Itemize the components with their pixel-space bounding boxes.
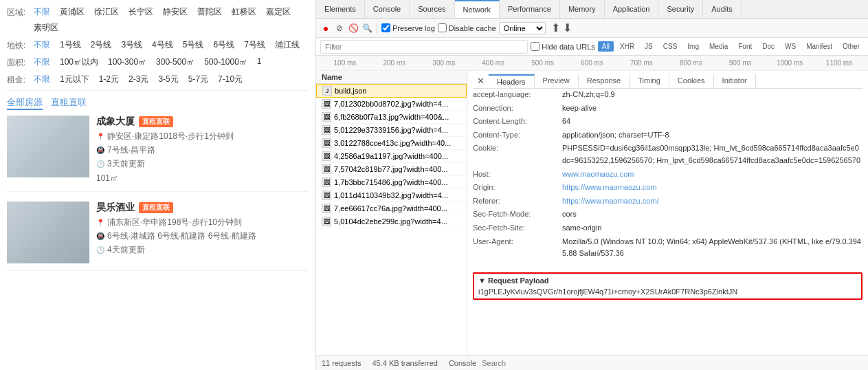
upload-icon[interactable]: ⬆ [551,21,560,34]
detail-tab-response[interactable]: Response [579,74,630,88]
header-value: zh-CN,zh;q=0.9 [562,89,863,101]
name-list-item[interactable]: 🖼1,7b3bbc715486.jpg?width=400... [316,176,467,189]
devtools-tab-elements[interactable]: Elements [316,0,365,18]
name-list-item[interactable]: Jbuild.json [316,84,467,98]
filter-tag[interactable]: 1元以下 [58,73,91,86]
filter-tag[interactable]: 不限 [32,39,52,52]
devtools-tab-audits[interactable]: Audits [703,0,742,18]
name-item-text: 4,2586a19a1197.jpg?width=400... [334,152,448,160]
filter-tag[interactable]: 素明区 [32,21,60,34]
detail-close-btn[interactable]: ✕ [473,74,489,88]
download-icon[interactable]: ⬇ [563,21,572,34]
devtools-tab-console[interactable]: Console [365,0,410,18]
devtools-tab-memory[interactable]: Memory [560,0,605,18]
filter-tag[interactable]: 不限 [32,6,52,19]
record-icon[interactable]: ● [320,23,331,34]
listing-card[interactable]: 昊乐酒业直租直联浦东新区·华申路198号·步行10分钟到6号线·港城路 6号线·… [7,202,309,271]
filter-tag[interactable]: 1-2元 [97,73,121,86]
hide-data-urls-checkbox[interactable] [531,42,539,51]
type-badge-font[interactable]: Font [734,41,756,52]
detail-tab-headers[interactable]: Headers [489,74,535,88]
clear-icon[interactable]: 🚫 [348,23,359,34]
filter-tag[interactable]: 5-7元 [186,73,210,86]
filter-tag[interactable]: 浦江线 [273,39,302,52]
type-badge-media[interactable]: Media [705,41,732,52]
type-badge-manifest[interactable]: Manifest [802,41,836,52]
name-list-item[interactable]: 🖼5,01229e37339156.jpg?width=4... [316,124,467,137]
filter-tag[interactable]: 6号线 [211,39,236,52]
filter-tag[interactable]: 7号线 [242,39,267,52]
detail-tab-preview[interactable]: Preview [535,74,579,88]
devtools-tab-performance[interactable]: Performance [500,0,560,18]
filter-tag[interactable]: 1 [255,56,264,69]
search-icon[interactable]: 🔍 [361,23,372,34]
filter-tag[interactable]: 500-1000㎡ [202,56,249,69]
type-badge-ws[interactable]: WS [781,41,800,52]
filter-label: 地铁: [7,39,32,52]
disable-cache-checkbox[interactable] [438,23,447,32]
filter-input[interactable] [320,40,528,54]
filter-tag[interactable]: 300-500㎡ [154,56,197,69]
listing-title-text[interactable]: 成象大厦 [96,116,135,128]
disable-cache-label[interactable]: Disable cache [438,23,496,32]
name-list-item[interactable]: 🖼6,fb268b0f7a13.jpg?width=400&... [316,111,467,124]
filter-tag[interactable]: 3号线 [119,39,144,52]
detail-tab-initiator[interactable]: Initiator [714,74,756,88]
preserve-log-checkbox[interactable] [381,23,390,32]
detail-tab-cookies[interactable]: Cookies [669,74,714,88]
detail-tab-timing[interactable]: Timing [630,74,669,88]
type-badge-img[interactable]: Img [683,41,703,52]
stop-icon[interactable]: ⊘ [334,23,345,34]
filter-tag[interactable]: 普陀区 [195,6,224,19]
filter-tags: 不限1元以下1-2元2-3元3-5元5-7元7-10元 [32,73,245,86]
name-list-item[interactable]: 🖼7,012302bb0d8702.jpg?width=4... [316,98,467,111]
filter-tag[interactable]: 5号线 [181,39,206,52]
filter-tag[interactable]: 100-300㎡ [106,56,148,69]
preserve-log-label[interactable]: Preserve log [381,23,435,32]
hide-data-urls-label[interactable]: Hide data URLs [531,42,595,51]
filter-tag[interactable]: 静安区 [161,6,190,19]
type-badge-doc[interactable]: Doc [758,41,779,52]
listing-title-text[interactable]: 昊乐酒业 [96,202,135,214]
type-badge-js[interactable]: JS [641,41,657,52]
filter-tag[interactable]: 长宁区 [126,6,155,19]
name-list-item[interactable]: 🖼4,2586a19a1197.jpg?width=400... [316,150,467,163]
type-badge-other[interactable]: Other [838,41,864,52]
filter-tag[interactable]: 不限 [32,56,52,69]
filter-tag[interactable]: 7-10元 [216,73,245,86]
console-input[interactable] [482,359,577,367]
name-list-item[interactable]: 🖼3,0122788cce413c.jpg?width=40... [316,137,467,150]
payload-section: ▼ Request Payload i1gPLEJyKvluv3sQVGr/h1… [473,272,863,300]
filter-tag[interactable]: 不限 [32,73,52,86]
name-list-item[interactable]: 🖼7,57042c819b77.jpg?width=400... [316,163,467,176]
payload-title: ▼ Request Payload [478,276,857,285]
listing-image [7,116,89,177]
filter-tag[interactable]: 2-3元 [126,73,151,86]
devtools-tab-sources[interactable]: Sources [410,0,454,18]
throttle-select[interactable]: Online Fast 3G Slow 3G Offline [499,22,546,34]
filter-tag[interactable]: 1号线 [58,39,83,52]
name-list-item[interactable]: 🖼1,011d4110349b32.jpg?width=4... [316,189,467,202]
name-item-text: 5,0104dc2ebe299c.jpg?width=4... [334,217,447,226]
filter-tag[interactable]: 徐汇区 [92,6,121,19]
nav-all-listings[interactable]: 全部房源 [7,96,43,110]
filter-tag[interactable]: 3-5元 [156,73,180,86]
filter-tag[interactable]: 4号线 [150,39,175,52]
type-badge-css[interactable]: CSS [659,41,682,52]
devtools-tab-application[interactable]: Application [605,0,659,18]
name-list-item[interactable]: 🖼7,ee66617cc76a.jpg?width=400... [316,202,467,215]
filter-tags: 不限100㎡以内100-300㎡300-500㎡500-1000㎡1 [32,56,264,69]
type-badge-all[interactable]: All [598,41,614,52]
devtools-tab-security[interactable]: Security [658,0,703,18]
filter-tag[interactable]: 虹桥区 [230,6,258,19]
listing-card[interactable]: 成象大厦直租直联静安区·康定路1018号·步行1分钟到7号线·昌平路3天前更新1… [7,116,309,192]
type-badge-xhr[interactable]: XHR [616,41,638,52]
name-list-item[interactable]: 🖼5,0104dc2ebe299c.jpg?width=4... [316,215,467,228]
filter-tag[interactable]: 嘉定区 [264,6,293,19]
devtools-tab-network[interactable]: Network [455,0,500,18]
filter-tag[interactable]: 100㎡以内 [58,56,100,69]
nav-direct-rent[interactable]: 直租直联 [51,96,87,110]
direct-rent-badge: 直租直联 [139,116,173,127]
filter-tag[interactable]: 2号线 [89,39,114,52]
filter-tag[interactable]: 黄浦区 [58,6,87,19]
